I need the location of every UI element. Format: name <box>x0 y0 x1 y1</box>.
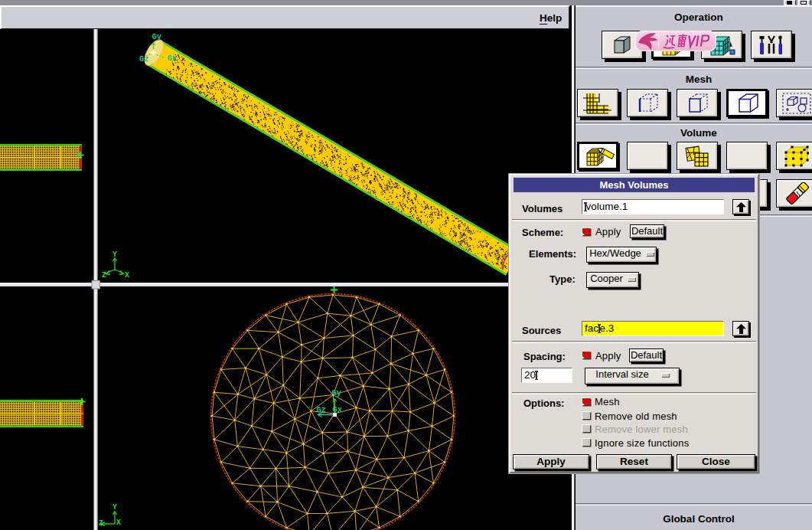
svg-text:Gy: Gy <box>332 388 342 398</box>
svg-text:Gz: Gz <box>317 405 327 414</box>
svg-text:X: X <box>116 519 121 527</box>
svg-text:Y: Y <box>113 250 117 259</box>
svg-text:Gx: Gx <box>168 54 178 63</box>
svg-text:Gz: Gz <box>139 54 149 64</box>
svg-text:Z: Z <box>99 519 103 528</box>
svg-text:Y: Y <box>113 503 117 512</box>
svg-text:Gy: Gy <box>152 32 162 41</box>
svg-text:Z: Z <box>102 271 106 280</box>
svg-text:X: X <box>125 271 129 280</box>
svg-text:Gx: Gx <box>333 405 343 414</box>
